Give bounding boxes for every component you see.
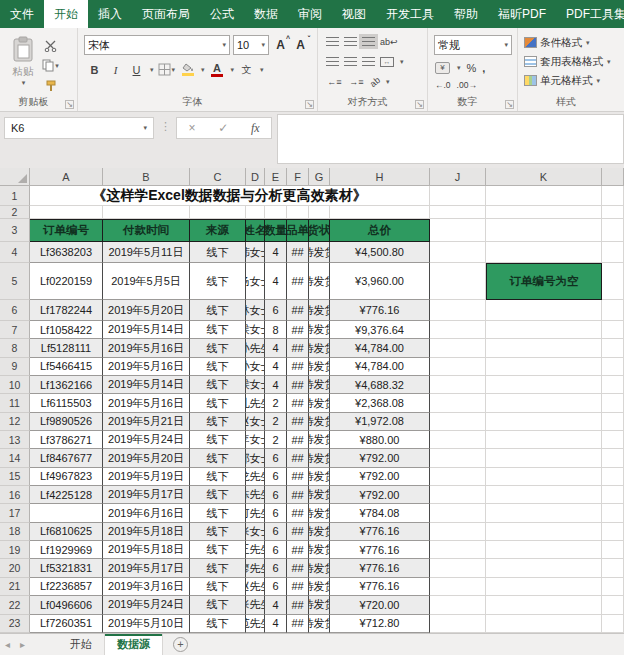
cell[interactable] bbox=[486, 523, 602, 541]
data-cell-r21c5[interactable]: ## bbox=[287, 578, 309, 596]
row-number-15[interactable]: 15 bbox=[0, 468, 30, 486]
cell[interactable] bbox=[430, 219, 486, 242]
name-box[interactable]: K6 ▾ bbox=[4, 117, 154, 139]
data-cell-r16c7[interactable]: ¥792.00 bbox=[330, 486, 430, 504]
sheet-tab-1[interactable]: 数据源 bbox=[105, 634, 163, 655]
insert-function-button[interactable]: fx bbox=[251, 121, 260, 136]
data-cell-r20c3[interactable]: 廖先生 bbox=[246, 559, 265, 577]
cell[interactable] bbox=[602, 486, 624, 504]
cell[interactable] bbox=[486, 541, 602, 559]
data-cell-r17c1[interactable]: 2019年6月16日 bbox=[103, 504, 190, 522]
phonetic-guide-button[interactable]: 文 bbox=[238, 61, 255, 78]
cell[interactable] bbox=[602, 449, 624, 467]
data-cell-r17c6[interactable]: 待发货 bbox=[309, 504, 330, 522]
data-cell-r23c1[interactable]: 2019年5月10日 bbox=[103, 615, 190, 633]
cell-styles-button[interactable]: 单元格样式 ▾ bbox=[524, 72, 620, 89]
data-cell-r8c7[interactable]: ¥4,784.00 bbox=[330, 339, 430, 357]
data-cell-r12c5[interactable]: ## bbox=[287, 413, 309, 431]
data-cell-r13c4[interactable]: 2 bbox=[265, 431, 287, 449]
data-cell-r23c2[interactable]: 线下 bbox=[190, 615, 246, 633]
cell[interactable] bbox=[430, 358, 486, 376]
row-number-14[interactable]: 14 bbox=[0, 449, 30, 467]
data-cell-r8c0[interactable]: Lf5128111 bbox=[30, 339, 103, 357]
data-cell-r22c3[interactable]: 张先生 bbox=[246, 596, 265, 614]
data-cell-r16c3[interactable]: 陈先生 bbox=[246, 486, 265, 504]
cell[interactable] bbox=[265, 206, 287, 219]
data-cell-r14c0[interactable]: Lf8467677 bbox=[30, 449, 103, 467]
cell[interactable] bbox=[486, 578, 602, 596]
cell[interactable] bbox=[430, 339, 486, 357]
data-cell-r15c1[interactable]: 2019年5月19日 bbox=[103, 468, 190, 486]
data-cell-r11c1[interactable]: 2019年5月16日 bbox=[103, 394, 190, 412]
cell[interactable] bbox=[430, 413, 486, 431]
row-number-20[interactable]: 20 bbox=[0, 559, 30, 577]
data-cell-r9c2[interactable]: 线下 bbox=[190, 358, 246, 376]
data-cell-r16c6[interactable]: 待发货 bbox=[309, 486, 330, 504]
ribbon-tab-11[interactable]: PDF工具集 bbox=[556, 0, 624, 28]
cell[interactable] bbox=[602, 578, 624, 596]
data-cell-r5c4[interactable]: 4 bbox=[265, 263, 287, 300]
ribbon-tab-6[interactable]: 审阅 bbox=[288, 0, 332, 28]
cell[interactable] bbox=[486, 413, 602, 431]
cell[interactable] bbox=[602, 413, 624, 431]
merge-center-button[interactable]: ↔ bbox=[380, 57, 394, 67]
data-cell-r20c1[interactable]: 2019年5月17日 bbox=[103, 559, 190, 577]
table-header-6[interactable]: 发货状态 bbox=[309, 219, 330, 242]
orientation-button[interactable]: ab bbox=[368, 74, 382, 88]
cell[interactable] bbox=[486, 321, 602, 339]
row-number-4[interactable]: 4 bbox=[0, 242, 30, 263]
row-number-16[interactable]: 16 bbox=[0, 486, 30, 504]
data-cell-r18c3[interactable]: 张女士 bbox=[246, 523, 265, 541]
data-cell-r21c4[interactable]: 6 bbox=[265, 578, 287, 596]
increase-font-button[interactable]: A^ bbox=[272, 37, 289, 54]
data-cell-r5c6[interactable]: 待发货 bbox=[309, 263, 330, 300]
data-cell-r10c1[interactable]: 2019年5月14日 bbox=[103, 376, 190, 394]
data-cell-r6c7[interactable]: ¥776.16 bbox=[330, 300, 430, 321]
row-number-18[interactable]: 18 bbox=[0, 523, 30, 541]
enter-button[interactable]: ✓ bbox=[218, 121, 228, 135]
data-cell-r23c3[interactable]: 范先生 bbox=[246, 615, 265, 633]
increase-indent-button[interactable]: →≡ bbox=[348, 73, 365, 90]
paste-button[interactable]: 粘贴 ▾ bbox=[4, 32, 42, 95]
row-number-6[interactable]: 6 bbox=[0, 300, 30, 321]
wrap-text-button[interactable]: ab↩ bbox=[380, 37, 398, 47]
select-all-corner[interactable] bbox=[0, 168, 30, 186]
cell[interactable] bbox=[602, 263, 624, 300]
data-cell-r14c5[interactable]: ## bbox=[287, 449, 309, 467]
row-number-5[interactable]: 5 bbox=[0, 263, 30, 300]
data-cell-r5c5[interactable]: ## bbox=[287, 263, 309, 300]
cell[interactable] bbox=[486, 339, 602, 357]
cell[interactable] bbox=[486, 394, 602, 412]
borders-button[interactable]: ▾ bbox=[158, 61, 176, 78]
cell[interactable] bbox=[190, 206, 246, 219]
data-cell-r6c5[interactable]: ## bbox=[287, 300, 309, 321]
data-cell-r11c2[interactable]: 线下 bbox=[190, 394, 246, 412]
data-cell-r13c3[interactable]: 李女士 bbox=[246, 431, 265, 449]
column-header-B[interactable]: B bbox=[103, 168, 190, 186]
data-cell-r5c0[interactable]: Lf0220159 bbox=[30, 263, 103, 300]
font-size-combo[interactable]: 10▾ bbox=[233, 35, 269, 55]
column-header-G[interactable]: G bbox=[309, 168, 330, 186]
ribbon-tab-9[interactable]: 帮助 bbox=[444, 0, 488, 28]
data-cell-r11c6[interactable]: 待发货 bbox=[309, 394, 330, 412]
data-cell-r22c1[interactable]: 2019年5月24日 bbox=[103, 596, 190, 614]
data-cell-r17c4[interactable]: 6 bbox=[265, 504, 287, 522]
column-header-H[interactable]: H bbox=[330, 168, 430, 186]
data-cell-r5c1[interactable]: 2019年5月5日 bbox=[103, 263, 190, 300]
data-cell-r13c5[interactable]: ## bbox=[287, 431, 309, 449]
data-cell-r7c3[interactable]: 侯女士 bbox=[246, 321, 265, 339]
data-cell-r14c6[interactable]: 待发货 bbox=[309, 449, 330, 467]
data-cell-r18c1[interactable]: 2019年5月18日 bbox=[103, 523, 190, 541]
column-header-D[interactable]: D bbox=[246, 168, 265, 186]
cell[interactable] bbox=[430, 578, 486, 596]
column-header-A[interactable]: A bbox=[30, 168, 103, 186]
cell[interactable] bbox=[602, 523, 624, 541]
data-cell-r11c5[interactable]: ## bbox=[287, 394, 309, 412]
font-color-button[interactable]: A bbox=[209, 61, 226, 78]
data-cell-r13c7[interactable]: ¥880.00 bbox=[330, 431, 430, 449]
data-cell-r7c6[interactable]: 待发货 bbox=[309, 321, 330, 339]
cell[interactable] bbox=[602, 206, 624, 219]
data-cell-r19c3[interactable]: 王先生 bbox=[246, 541, 265, 559]
row-number-3[interactable]: 3 bbox=[0, 219, 30, 242]
ribbon-tab-3[interactable]: 页面布局 bbox=[132, 0, 200, 28]
